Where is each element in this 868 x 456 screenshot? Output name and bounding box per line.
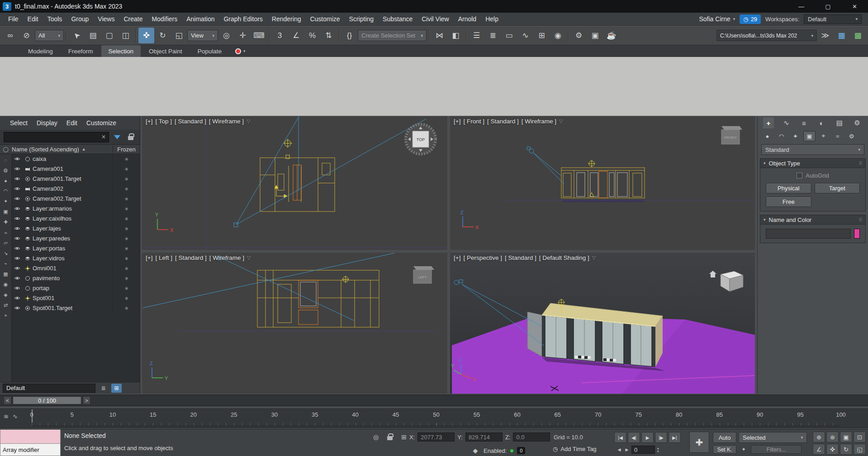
reference-coordinate-combo[interactable]: View▾	[187, 30, 218, 41]
previous-frame-button[interactable]: ◀|	[628, 432, 640, 443]
category-cameras-icon[interactable]: ▣	[803, 131, 816, 141]
viewport-menu-plus[interactable]: [+]	[454, 118, 460, 125]
viewport-menu-shading[interactable]: [ Default Shading ]	[539, 254, 589, 261]
key-step-back-icon[interactable]: ◀	[616, 446, 622, 453]
menu-edit[interactable]: Edit	[23, 13, 43, 25]
visibility-eye-icon[interactable]	[12, 207, 23, 211]
viewport-menu-renderer[interactable]: [ Standard ]	[487, 118, 519, 125]
toggle-scene-explorer-icon[interactable]: ☰	[469, 28, 484, 43]
explorer-menu-display[interactable]: Display	[32, 118, 62, 128]
tab-modeling[interactable]: Modeling	[21, 45, 60, 57]
y-coordinate-field[interactable]: 829.714	[465, 432, 503, 442]
visibility-eye-icon[interactable]	[12, 177, 23, 181]
go-to-end-button[interactable]: ▶|	[669, 432, 681, 443]
menu-scripting[interactable]: Scripting	[345, 13, 378, 25]
minimize-button[interactable]: —	[788, 0, 815, 13]
display-helpers-icon[interactable]: ✚	[1, 218, 10, 226]
viewport-filter-icon[interactable]: ▽	[559, 118, 563, 124]
display-bones-icon[interactable]: ⌁	[1, 259, 10, 268]
key-selection-combo[interactable]: Selected ▾	[739, 432, 807, 443]
menu-help[interactable]: Help	[481, 13, 503, 25]
type-column-icon[interactable]: ◯	[0, 146, 12, 152]
maxscript-mini-listener[interactable]: Array modifier	[0, 429, 61, 456]
search-field[interactable]: ✕	[4, 132, 109, 142]
track-bar[interactable]: ≋ ∿ 051015202530354045505560657075808590…	[0, 408, 868, 428]
maximize-button[interactable]: ▢	[815, 0, 841, 13]
z-coordinate-field[interactable]: 0.0	[513, 432, 550, 442]
viewport-filter-icon[interactable]: ▽	[247, 255, 251, 261]
frozen-toggle-icon[interactable]: ∗	[113, 244, 140, 253]
spinner-down-icon[interactable]: ▾	[656, 450, 660, 453]
frozen-column-header[interactable]: Frozen	[113, 146, 140, 153]
lock-explorer-button[interactable]	[125, 132, 136, 142]
absolute-offset-toggle-icon[interactable]: ⊞	[399, 432, 409, 442]
viewport-left[interactable]: [+] [ Left ] [ Standard ] [ Wireframe ] …	[142, 253, 447, 394]
visibility-eye-icon[interactable]	[12, 306, 23, 310]
tab-populate[interactable]: Populate	[190, 45, 229, 57]
tab-freeform[interactable]: Freeform	[61, 45, 100, 57]
next-frame-button[interactable]: |▶	[655, 432, 667, 443]
list-item[interactable]: Camera001.Target∗	[12, 174, 140, 184]
select-and-move-icon[interactable]: ✜	[138, 28, 154, 43]
list-item[interactable]: Omni001∗	[12, 263, 140, 273]
project-path-combo[interactable]: C:\Users\sofia\...ts\3ds Max 202▾	[716, 30, 817, 41]
tab-display-icon[interactable]: ▤	[834, 118, 845, 128]
clear-search-icon[interactable]: ✕	[100, 134, 107, 140]
frozen-toggle-icon[interactable]: ∗	[113, 174, 140, 183]
go-to-start-button[interactable]: |◀	[614, 432, 626, 443]
x-coordinate-field[interactable]: 2077.73	[417, 432, 455, 442]
select-and-link-icon[interactable]: ∞	[2, 28, 18, 43]
tab-hierarchy-icon[interactable]: ≡	[798, 118, 809, 128]
align-icon[interactable]: ◧	[448, 28, 464, 43]
frozen-toggle-icon[interactable]: ∗	[113, 273, 140, 283]
viewport-filter-icon[interactable]: ▽	[592, 255, 596, 261]
list-item[interactable]: Layer:vidros∗	[12, 254, 140, 263]
display-cameras-icon[interactable]: ▣	[1, 207, 10, 216]
select-and-scale-icon[interactable]: ◱	[171, 28, 187, 43]
selection-set-combo[interactable]: Default	[3, 384, 95, 393]
visibility-eye-icon[interactable]	[12, 167, 23, 171]
select-object-icon[interactable]: ➤	[66, 24, 88, 47]
menu-tools[interactable]: Tools	[43, 13, 67, 25]
visibility-eye-icon[interactable]	[12, 157, 23, 161]
set-key-button[interactable]: Set K.	[713, 445, 736, 454]
list-item[interactable]: caixa∗	[12, 154, 140, 164]
time-slider-bubble[interactable]: 0 / 100	[13, 396, 81, 404]
pick-object-icon[interactable]: ⌖	[1, 311, 10, 320]
current-frame-field[interactable]	[631, 446, 655, 454]
viewport-top-canvas[interactable]: TOP Y X	[142, 116, 447, 250]
viewport-menu-view[interactable]: [ Perspective ]	[463, 254, 502, 261]
schematic-view-icon[interactable]: ⊞	[534, 28, 550, 43]
category-systems-icon[interactable]: ⚙	[845, 131, 858, 141]
zoom-all-icon[interactable]: ⊛	[826, 432, 839, 442]
tab-modify-icon[interactable]: ∿	[781, 118, 792, 128]
render-setup-icon[interactable]: ⚙	[571, 28, 587, 43]
explorer-menu-edit[interactable]: Edit	[62, 118, 82, 128]
menu-animation[interactable]: Animation	[182, 13, 219, 25]
frozen-toggle-icon[interactable]: ∗	[113, 263, 140, 273]
physical-camera-button[interactable]: Physical	[766, 183, 811, 193]
pin-explorer-icon[interactable]: ⊞	[111, 384, 122, 393]
macro-recorder-line[interactable]	[0, 429, 61, 444]
named-selection-combo[interactable]: Create Selection Set▾	[358, 30, 427, 41]
menu-arnold[interactable]: Arnold	[454, 13, 481, 25]
toggle-layer-explorer-icon[interactable]: ≣	[485, 28, 501, 43]
previous-frame-slider-button[interactable]: <	[4, 396, 11, 404]
viewport-menu-plus[interactable]: [+]	[146, 118, 152, 125]
time-slider[interactable]: < 0 / 100 >	[0, 395, 868, 406]
visibility-eye-icon[interactable]	[12, 226, 23, 230]
frozen-toggle-icon[interactable]: ∗	[113, 283, 140, 293]
frozen-toggle-icon[interactable]: ∗	[113, 184, 140, 193]
viewport-menu-shading[interactable]: [ Wireframe ]	[522, 118, 556, 125]
frozen-toggle-icon[interactable]: ∗	[113, 214, 140, 223]
list-item[interactable]: Camera002∗	[12, 184, 140, 194]
spinner-up-icon[interactable]: ▴	[656, 447, 660, 450]
rendered-frame-icon[interactable]: ▣	[587, 28, 603, 43]
object-type-rollout-header[interactable]: ▾ Object Type ⠿	[760, 158, 866, 168]
selection-lock-icon[interactable]	[385, 432, 395, 442]
play-button[interactable]: ▶	[641, 432, 654, 443]
name-color-rollout-header[interactable]: ▾ Name and Color ⠿	[760, 215, 866, 225]
tab-object-paint[interactable]: Object Paint	[142, 45, 190, 57]
viewport-filter-icon[interactable]: ▽	[247, 118, 250, 124]
viewport-layouts-icon[interactable]: ▦	[834, 28, 849, 43]
